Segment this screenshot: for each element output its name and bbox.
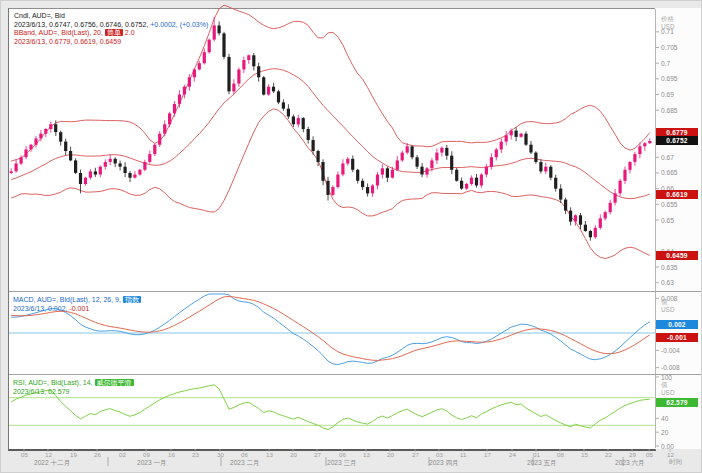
macd-signal-value: -0.001 [69, 305, 89, 312]
x-axis-day-label: 16 [168, 451, 175, 458]
rsi-value-badge: 62.579 [656, 398, 698, 407]
price-axis-tick: 0.685 [661, 107, 678, 114]
x-axis-day-label: 06 [339, 451, 346, 458]
x-axis-month-label: 2023 三月 [327, 459, 357, 468]
trading-chart-window: Cndl, AUD=, Bid 2023/6/13, 0.6747, 0.675… [0, 0, 702, 473]
macd-axis-tick: -0.008 [661, 364, 680, 371]
bband-lower-badge: 0.6459 [656, 251, 698, 260]
rsi-value: 2023/6/13, 62.579 [13, 388, 134, 397]
rsi-axis-tick: 20 [661, 429, 668, 436]
x-axis-day-label: 30 [217, 451, 224, 458]
x-axis-day-label: 11 [460, 451, 466, 458]
x-axis-day-label: 20 [290, 451, 297, 458]
x-axis-month-label: 2023 一月 [137, 459, 167, 468]
x-axis-day-label: 19 [70, 451, 77, 458]
x-axis-day-label: 12 [667, 451, 674, 458]
x-axis-day-label: 20 [387, 451, 394, 458]
x-axis-month-label: 2023 六月 [615, 459, 645, 468]
macd-method-chip: 指数 [123, 296, 141, 303]
price-axis-tick: 0.705 [661, 44, 678, 51]
change-values: +0.0002, (+0.03%) [150, 21, 208, 28]
x-axis-month-label: 2023 二月 [230, 459, 260, 468]
x-axis-month-label: 2023 五月 [527, 459, 557, 468]
x-axis-day-label: 02 [119, 451, 126, 458]
x-axis-month-label: 2022 十二月 [34, 459, 70, 468]
x-axis-day-label: 09 [143, 451, 150, 458]
x-axis-day-label: 17 [484, 451, 491, 458]
macd-signal-badge: -0.001 [656, 333, 698, 342]
price-axis-tick: 0.69 [661, 91, 674, 98]
rsi-axis-tick: 100 [661, 374, 672, 381]
rsi-legend: RSI, AUD=, Bid(Last), 14, 威尔德平滑 2023/6/1… [13, 379, 134, 396]
x-axis-month-label: 2023 四月 [429, 459, 459, 468]
bband-values: 2023/6/13, 0.6779, 0.6619, 0.6459 [14, 38, 208, 47]
macd-axis-currency: USD [661, 306, 675, 313]
price-axis-tick: 0.7 [661, 60, 670, 67]
x-axis-day-label: 23 [192, 451, 199, 458]
x-axis-day-label: 24 [509, 451, 516, 458]
macd-legend: MACD, AUD=, Bid(Last), 12, 26, 9, 指数 202… [13, 296, 141, 313]
price-axis-tick: 0.695 [661, 75, 678, 82]
macd-axis-title: 值 [661, 298, 667, 305]
x-axis-day-label: 06 [241, 451, 248, 458]
x-axis-day-label: 05 [646, 451, 653, 458]
price-axis-tick: 0.635 [661, 264, 678, 271]
bband-width: 2.0 [125, 29, 135, 36]
x-axis-day-label: 05 [21, 451, 28, 458]
price-axis-currency: USD [661, 23, 675, 30]
x-axis-day-label: 22 [605, 451, 612, 458]
x-axis-day-label: 27 [412, 451, 419, 458]
x-axis-day-label: 01 [533, 451, 540, 458]
rsi-label: RSI, AUD=, Bid(Last), 14, [13, 379, 93, 386]
main-legend: Cndl, AUD=, Bid 2023/6/13, 0.6747, 0.675… [14, 12, 208, 46]
x-axis-title: 时间 [669, 458, 682, 467]
x-axis-day-label: 13 [266, 451, 273, 458]
price-axis-tick: 0.665 [661, 169, 678, 176]
x-axis-day-label: 08 [557, 451, 564, 458]
x-axis-day-label: 13 [363, 451, 370, 458]
macd-axis-tick: -0.004 [661, 347, 680, 354]
x-axis-day-label: 12 [45, 451, 52, 458]
bband-label: BBand, AUD=, Bid(Last), 20, [14, 29, 103, 36]
price-axis-tick: 0.63 [661, 279, 674, 286]
rsi-method-chip: 威尔德平滑 [95, 379, 134, 386]
x-axis-day-label: 03 [436, 451, 443, 458]
rsi-axis-tick: 0.00 [661, 443, 674, 450]
rsi-axis-title: 值 [661, 381, 667, 388]
x-axis-day-label: 27 [314, 451, 321, 458]
bband-middle-badge: 0.6619 [656, 190, 698, 199]
macd-value-badge: 0.002 [656, 320, 698, 329]
instrument-label: Cndl, AUD=, Bid [14, 12, 208, 21]
price-axis-tick: 0.67 [661, 154, 674, 161]
x-axis-day-label: 29 [629, 451, 636, 458]
price-axis-tick: 0.655 [661, 201, 678, 208]
bband-method-chip: 简单 [105, 29, 123, 36]
x-axis-day-label: 26 [94, 451, 101, 458]
macd-label: MACD, AUD=, Bid(Last), 12, 26, 9, [13, 296, 121, 303]
last-price-badge: 0.6752 [656, 136, 698, 145]
x-axis-day-label: 15 [581, 451, 588, 458]
price-axis-tick: 0.65 [661, 217, 674, 224]
rsi-axis-currency: USD [661, 389, 675, 396]
macd-value: 2023/6/13, 0.002, [13, 305, 68, 312]
ohlc-values: 2023/6/13, 0.6747, 0.6756, 0.6746, 0.675… [14, 21, 148, 28]
rsi-axis-tick: 40 [661, 415, 668, 422]
price-axis-title: 价格 [661, 15, 674, 22]
